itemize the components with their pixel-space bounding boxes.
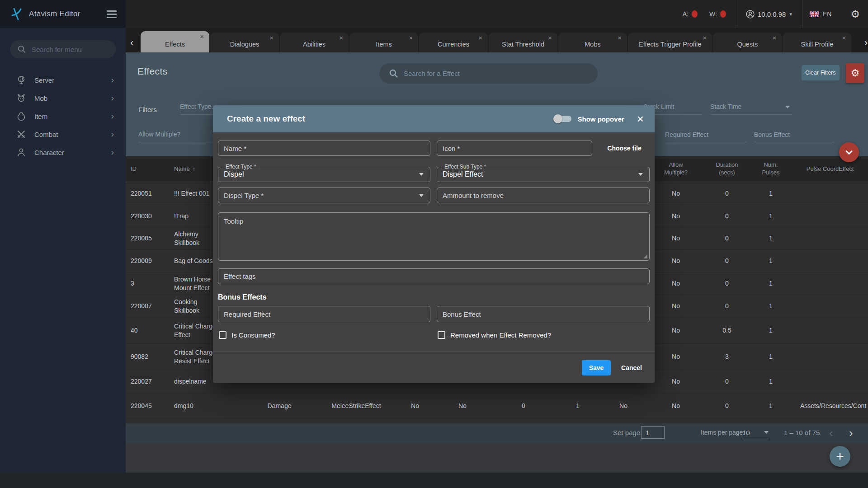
table-cell: 1 xyxy=(749,279,793,287)
cell-text: 0 xyxy=(725,189,729,197)
tab-close-icon[interactable]: × xyxy=(703,34,707,41)
next-page-icon[interactable]: › xyxy=(849,424,853,441)
save-button[interactable]: Save xyxy=(582,360,611,375)
tab-close-icon[interactable]: × xyxy=(842,34,846,41)
divider xyxy=(180,114,213,115)
hamburger-menu-icon[interactable] xyxy=(107,10,117,18)
filter-effect-type[interactable]: Effect Type... xyxy=(180,103,217,110)
tab-close-icon[interactable]: × xyxy=(409,34,413,41)
clear-filters-button[interactable]: Clear Filters xyxy=(802,65,840,80)
tab-strip: ‹ Effects×Dialogues×Abilities×Items×Curr… xyxy=(126,28,868,52)
cell-text: No xyxy=(672,212,680,220)
prev-page-icon[interactable]: ‹ xyxy=(829,424,833,441)
tab-abilities[interactable]: Abilities× xyxy=(280,33,349,52)
items-per-page-select[interactable]: 10 xyxy=(742,427,769,438)
cell-text: 0 xyxy=(725,212,729,220)
removed-when-effect-removed-checkbox[interactable]: Removed when Effect Removed? xyxy=(438,331,551,339)
chevron-down-icon xyxy=(844,147,854,158)
tab-effects[interactable]: Effects× xyxy=(141,31,209,52)
sidebar-item-mob[interactable]: Mob› xyxy=(0,89,126,107)
character-icon xyxy=(16,147,26,157)
tab-mobs[interactable]: Mobs× xyxy=(558,33,627,52)
tabs-scroll-right-icon[interactable]: › xyxy=(864,38,868,48)
column-header[interactable]: Num. Pulses xyxy=(749,161,793,177)
cell-text: 220051 xyxy=(131,189,152,197)
sidebar: Server›Mob›Item›Combat›Character› xyxy=(0,28,126,473)
cancel-button[interactable]: Cancel xyxy=(613,360,651,375)
table-cell: No xyxy=(646,257,705,265)
tab-quests[interactable]: Quests× xyxy=(713,33,782,52)
dispel-type-select[interactable]: Dispel Type * xyxy=(218,188,430,203)
tabs-scroll-left-icon[interactable]: ‹ xyxy=(130,38,133,48)
tab-close-icon[interactable]: × xyxy=(200,33,204,40)
is-consumed-checkbox[interactable]: Is Consumed? xyxy=(219,331,275,339)
server-dropdown-icon[interactable]: ▾ xyxy=(789,11,792,17)
required-effect-field[interactable] xyxy=(218,306,430,322)
sidebar-search[interactable] xyxy=(10,40,116,58)
table-row[interactable]: 220045dmg10DamageMeleeStrikeEffectNoNo01… xyxy=(126,394,868,419)
amount-to-remove-field[interactable] xyxy=(437,188,650,203)
tab-close-icon[interactable]: × xyxy=(269,34,274,41)
sort-asc-icon[interactable]: ↑ xyxy=(193,165,196,173)
sidebar-search-input[interactable] xyxy=(31,45,105,54)
tab-stat-threshold[interactable]: Stat Threshold× xyxy=(489,33,557,52)
sidebar-item-item[interactable]: Item› xyxy=(0,107,126,125)
table-cell: 220051 xyxy=(126,189,173,197)
tab-currencies[interactable]: Currencies× xyxy=(419,33,488,52)
scroll-down-button[interactable] xyxy=(839,142,859,162)
cell-text: 1 xyxy=(769,402,773,410)
cell-text: No xyxy=(672,257,680,265)
modal-close-icon[interactable]: × xyxy=(637,113,644,125)
cell-text: No xyxy=(672,302,680,310)
removed-when-label: Removed when Effect Removed? xyxy=(450,331,551,339)
filter-required-effect[interactable]: Required Effect xyxy=(665,131,708,138)
tab-skill-profile[interactable]: Skill Profile× xyxy=(783,33,851,52)
table-settings-button[interactable]: ⚙ xyxy=(846,63,864,83)
chevron-right-icon: › xyxy=(111,148,114,156)
tab-close-icon[interactable]: × xyxy=(548,34,552,41)
server-ip[interactable]: 10.0.0.98 xyxy=(758,10,786,18)
sidebar-item-character[interactable]: Character› xyxy=(0,143,126,161)
name-field[interactable] xyxy=(218,141,430,156)
effect-tags-field[interactable] xyxy=(218,268,650,284)
gear-icon: ⚙ xyxy=(851,67,860,79)
tab-close-icon[interactable]: × xyxy=(339,34,343,41)
choose-file-button[interactable]: Choose file xyxy=(601,141,648,155)
tab-close-icon[interactable]: × xyxy=(478,34,482,41)
plus-icon: + xyxy=(836,449,844,464)
column-header[interactable]: ID xyxy=(126,165,173,173)
filter-allow-multiple[interactable]: Allow Multiple? xyxy=(138,131,180,138)
tab-close-icon[interactable]: × xyxy=(618,34,622,41)
tab-dialogues[interactable]: Dialogues× xyxy=(210,33,279,52)
sidebar-nav: Server›Mob›Item›Combat›Character› xyxy=(0,71,126,161)
effect-search[interactable]: Search for a Effect xyxy=(379,63,598,84)
cell-text: No xyxy=(672,377,680,385)
settings-gear-icon[interactable]: ⚙ xyxy=(850,9,860,19)
column-header[interactable]: Allow Multiple? xyxy=(646,161,705,177)
show-popover-toggle[interactable] xyxy=(553,114,571,123)
tab-close-icon[interactable]: × xyxy=(773,34,777,41)
table-cell: 0 xyxy=(705,377,749,385)
add-effect-button[interactable]: + xyxy=(830,446,850,467)
column-header[interactable]: Duration (secs) xyxy=(705,161,749,177)
icon-field[interactable] xyxy=(437,141,592,156)
status-a-label: A: xyxy=(683,10,689,18)
tab-label: Effects Trigger Profile xyxy=(639,41,701,48)
column-header[interactable]: Pulse CoordEffect xyxy=(793,165,867,173)
table-cell: 1 xyxy=(749,234,793,242)
filter-bonus-effect[interactable]: Bonus Effect xyxy=(754,131,790,138)
tab-effects-trigger-profile[interactable]: Effects Trigger Profile× xyxy=(628,33,712,52)
tooltip-textarea[interactable] xyxy=(218,212,650,261)
language-label[interactable]: EN xyxy=(823,10,831,18)
dropdown-arrow-icon xyxy=(419,194,424,197)
bonus-effect-field[interactable] xyxy=(437,306,650,322)
bonus-effects-heading: Bonus Effects xyxy=(218,293,267,301)
sidebar-item-label: Character xyxy=(34,149,64,156)
dropdown-arrow-icon xyxy=(638,173,643,176)
filter-stack-time[interactable]: Stack Time xyxy=(710,103,741,110)
tab-items[interactable]: Items× xyxy=(349,33,418,52)
resize-handle-icon[interactable] xyxy=(643,254,647,258)
sidebar-item-server[interactable]: Server› xyxy=(0,71,126,89)
set-page-input[interactable] xyxy=(641,426,665,439)
sidebar-item-combat[interactable]: Combat› xyxy=(0,125,126,143)
